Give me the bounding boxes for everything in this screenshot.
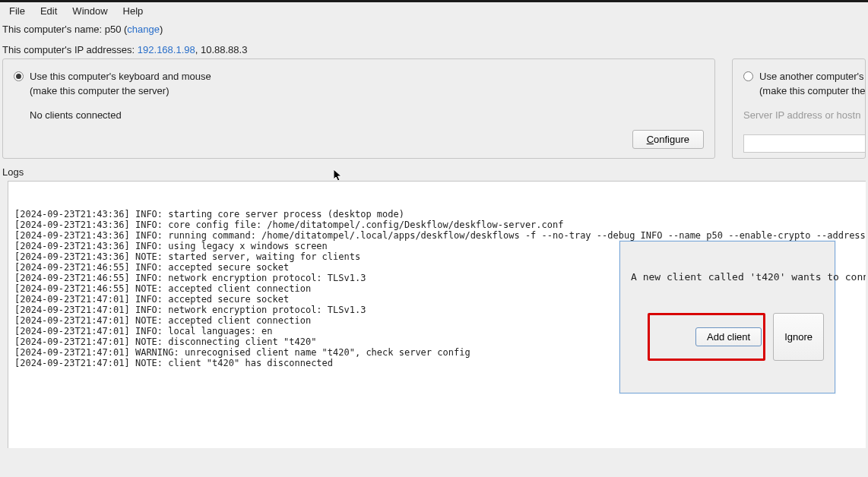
server-mode-radio-row[interactable]: Use this computer's keyboard and mouse (…	[14, 70, 704, 99]
ip-rest: , 10.88.88.3	[195, 44, 248, 55]
client-mode-sub-label: (make this computer the c	[759, 84, 866, 99]
add-client-highlight: Add client	[648, 313, 765, 361]
server-mode-panel: Use this computer's keyboard and mouse (…	[2, 58, 715, 159]
no-clients-label: No clients connected	[30, 109, 704, 121]
menubar: File Edit Window Help	[0, 2, 868, 19]
server-ip-input[interactable]	[743, 134, 866, 153]
server-mode-radio[interactable]	[14, 71, 24, 81]
server-mode-sub-label: (make this computer the server)	[30, 84, 211, 99]
logs-box[interactable]: [2024-09-23T21:43:36] INFO: starting cor…	[8, 181, 866, 448]
logs-label: Logs	[0, 159, 868, 181]
ip-primary-link[interactable]: 192.168.1.98	[138, 44, 195, 55]
menu-file[interactable]: File	[2, 4, 33, 18]
ignore-button[interactable]: Ignore	[773, 313, 824, 361]
client-mode-radio-row[interactable]: Use another computer's m (make this comp…	[743, 70, 854, 99]
menu-window[interactable]: Window	[65, 4, 115, 18]
computer-name-label: This computer's name:	[2, 24, 105, 35]
client-mode-text: Use another computer's m (make this comp…	[759, 70, 866, 99]
mode-row: Use this computer's keyboard and mouse (…	[0, 58, 868, 159]
change-name-link[interactable]: change	[127, 24, 160, 35]
computer-name-value: p50	[105, 24, 122, 35]
client-mode-panel: Use another computer's m (make this comp…	[732, 58, 866, 159]
computer-ip-label: This computer's IP addresses:	[2, 44, 138, 55]
server-mode-text: Use this computer's keyboard and mouse (…	[30, 70, 211, 99]
computer-ip-line: This computer's IP addresses: 192.168.1.…	[0, 38, 868, 58]
client-mode-radio[interactable]	[743, 71, 753, 81]
client-mode-main-label: Use another computer's m	[759, 71, 866, 82]
popup-message: A new client called 't420' wants to conn…	[631, 272, 824, 283]
server-ip-placeholder-label: Server IP address or hostn	[743, 109, 854, 121]
add-client-button[interactable]: Add client	[695, 327, 762, 346]
computer-name-line: This computer's name: p50 (change)	[0, 19, 868, 38]
new-client-popup: A new client called 't420' wants to conn…	[619, 241, 835, 393]
server-mode-main-label: Use this computer's keyboard and mouse	[30, 71, 211, 82]
configure-button[interactable]: Configure	[632, 130, 704, 149]
menu-edit[interactable]: Edit	[33, 4, 65, 18]
menu-help[interactable]: Help	[116, 4, 151, 18]
